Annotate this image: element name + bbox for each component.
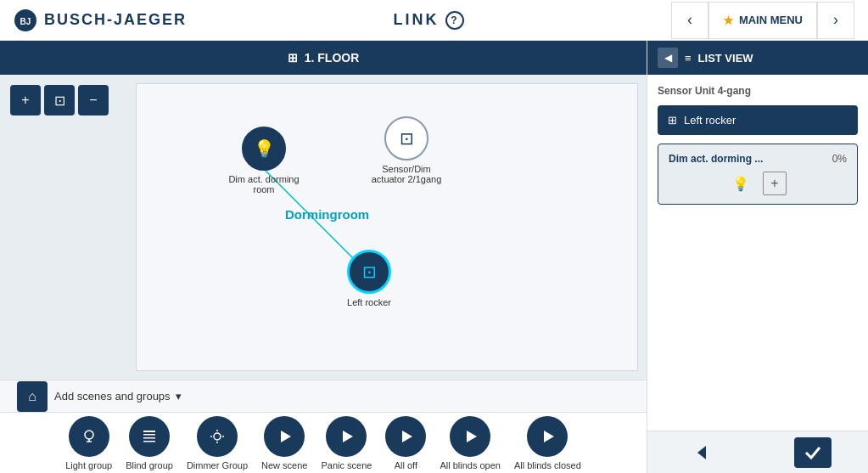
svg-marker-15 xyxy=(281,431,291,442)
rocker-icon: ⊡ xyxy=(362,262,377,282)
all-off-svg xyxy=(395,426,416,447)
device-card-label-left-rocker: Left rocker xyxy=(684,114,736,127)
node-dim-act-circle: 💡 xyxy=(242,127,286,171)
scene-all-off[interactable]: All off xyxy=(385,416,426,470)
scene-dimmer-group[interactable]: Dimmer Group xyxy=(187,416,248,470)
confirm-button[interactable] xyxy=(794,437,832,468)
node-sensor-label: Sensor/Dim actuator 2/1gang xyxy=(364,164,449,184)
node-sensor[interactable]: ⊡ Sensor/Dim actuator 2/1gang xyxy=(364,116,449,184)
scene-dimmer-group-label: Dimmer Group xyxy=(187,460,248,470)
node-left-rocker-label: Left rocker xyxy=(347,297,391,307)
scene-light-group-icon xyxy=(69,416,109,457)
svg-marker-17 xyxy=(402,431,412,442)
svg-rect-6 xyxy=(143,431,155,432)
scene-panic-scene-label: Panic scene xyxy=(321,460,372,470)
scene-light-group-label: Light group xyxy=(65,460,112,470)
floor-label: 1. FLOOR xyxy=(305,51,360,65)
device-card-dim-act: Dim act. dorming ... 0% 💡 + xyxy=(658,144,858,205)
home-button[interactable]: ⌂ xyxy=(17,381,48,412)
panic-svg xyxy=(336,426,356,447)
svg-point-3 xyxy=(85,431,93,439)
bulb-icon: 💡 xyxy=(254,138,275,159)
add-scenes-bar: ⌂ Add scenes and groups ▾ xyxy=(0,380,647,413)
left-panel: ⊞ 1. FLOOR + ⊡ − 💡 xyxy=(0,41,647,473)
svg-text:BJ: BJ xyxy=(20,17,31,26)
scene-all-blinds-open[interactable]: All blinds open xyxy=(440,416,501,470)
canvas-toolbar: + ⊡ − xyxy=(10,85,109,115)
add-scenes-button[interactable]: Add scenes and groups ▾ xyxy=(54,390,182,403)
node-left-rocker-circle: ⊡ xyxy=(347,250,391,294)
node-dim-act-label: Dim act. dorming room xyxy=(221,174,306,194)
scene-all-off-icon xyxy=(385,416,426,457)
canvas-area: + ⊡ − 💡 Dim act. dorming room xyxy=(0,75,647,380)
node-dim-act[interactable]: 💡 Dim act. dorming room xyxy=(221,127,306,194)
svg-marker-20 xyxy=(697,446,706,459)
scene-all-blinds-closed-icon xyxy=(527,416,568,457)
add-button[interactable]: + xyxy=(10,85,41,115)
main-menu-button[interactable]: ★ MAIN MENU xyxy=(708,2,817,39)
blind-group-svg xyxy=(139,426,160,447)
svg-marker-19 xyxy=(544,431,554,442)
bottom-bar: ⌂ Add scenes and groups ▾ xyxy=(0,380,647,473)
room-label: Dormingroom xyxy=(285,207,369,222)
main-menu-label: MAIN MENU xyxy=(739,14,803,26)
link-label: LINK xyxy=(393,11,439,29)
floor-icon: ⊞ xyxy=(288,51,298,65)
node-sensor-circle: ⊡ xyxy=(384,116,428,160)
node-left-rocker[interactable]: ⊡ Left rocker xyxy=(347,250,391,307)
scene-all-blinds-closed[interactable]: All blinds closed xyxy=(514,416,581,470)
device-card-icon-left-rocker: ⊞ xyxy=(668,114,677,127)
chevron-down-icon: ▾ xyxy=(176,390,182,403)
scene-light-group[interactable]: Light group xyxy=(65,416,112,470)
scene-all-blinds-closed-label: All blinds closed xyxy=(514,460,581,470)
scene-all-blinds-open-label: All blinds open xyxy=(440,460,501,470)
list-view-label: LIST VIEW xyxy=(698,52,753,65)
light-group-svg xyxy=(79,426,99,447)
back-button[interactable] xyxy=(684,437,721,468)
scenes-row: Light group Blind group xyxy=(0,413,647,473)
floor-header: ⊞ 1. FLOOR xyxy=(0,41,647,75)
blinds-open-svg xyxy=(460,426,480,447)
confirm-icon xyxy=(801,441,825,465)
remove-button[interactable]: − xyxy=(78,85,109,115)
page-title: LINK ? xyxy=(393,11,464,30)
device-card-dim-act-pct: 0% xyxy=(832,153,847,165)
device-card-dim-act-actions: 💡 + xyxy=(669,172,847,195)
dimmer-svg xyxy=(207,426,227,447)
device-card-dim-act-title: Dim act. dorming ... xyxy=(669,153,763,165)
right-section-title: Sensor Unit 4-gang xyxy=(658,85,858,97)
scene-panic-scene[interactable]: Panic scene xyxy=(321,416,372,470)
nav-next-button[interactable]: › xyxy=(817,2,854,39)
new-scene-svg xyxy=(274,426,294,447)
scene-blind-group-icon xyxy=(129,416,170,457)
scene-all-blinds-open-icon xyxy=(450,416,490,457)
help-icon[interactable]: ? xyxy=(445,11,464,30)
svg-marker-16 xyxy=(343,431,353,442)
svg-rect-7 xyxy=(143,434,155,436)
logo-area: BJ BUSCH-JAEGER xyxy=(14,8,187,32)
scene-new-scene-label: New scene xyxy=(261,460,307,470)
main-layout: ⊞ 1. FLOOR + ⊡ − 💡 xyxy=(0,41,868,473)
add-scenes-label: Add scenes and groups xyxy=(54,390,171,403)
select-button[interactable]: ⊡ xyxy=(44,85,75,115)
header-nav: ‹ ★ MAIN MENU › xyxy=(671,2,854,39)
canvas-content: 💡 Dim act. dorming room ⊡ Sensor/Dim act… xyxy=(136,83,638,371)
svg-rect-8 xyxy=(143,437,155,439)
device-add-button[interactable]: + xyxy=(763,172,787,195)
scene-new-scene[interactable]: New scene xyxy=(261,416,307,470)
nav-prev-button[interactable]: ‹ xyxy=(671,2,708,39)
device-light-icon-button[interactable]: 💡 xyxy=(729,172,753,195)
right-panel-header: ◀ ≡ LIST VIEW xyxy=(647,41,868,75)
star-icon: ★ xyxy=(723,14,734,27)
right-panel: ◀ ≡ LIST VIEW Sensor Unit 4-gang ⊞ Left … xyxy=(647,41,868,473)
svg-marker-18 xyxy=(467,431,477,442)
device-card-left-rocker[interactable]: ⊞ Left rocker xyxy=(658,105,858,135)
svg-rect-9 xyxy=(143,441,155,442)
scene-dimmer-group-icon xyxy=(197,416,238,457)
scene-new-scene-icon xyxy=(264,416,305,457)
scene-blind-group[interactable]: Blind group xyxy=(126,416,173,470)
svg-point-10 xyxy=(214,433,221,440)
scene-all-off-label: All off xyxy=(395,460,417,470)
scene-panic-scene-icon xyxy=(326,416,367,457)
right-panel-toggle-button[interactable]: ◀ xyxy=(658,48,678,68)
